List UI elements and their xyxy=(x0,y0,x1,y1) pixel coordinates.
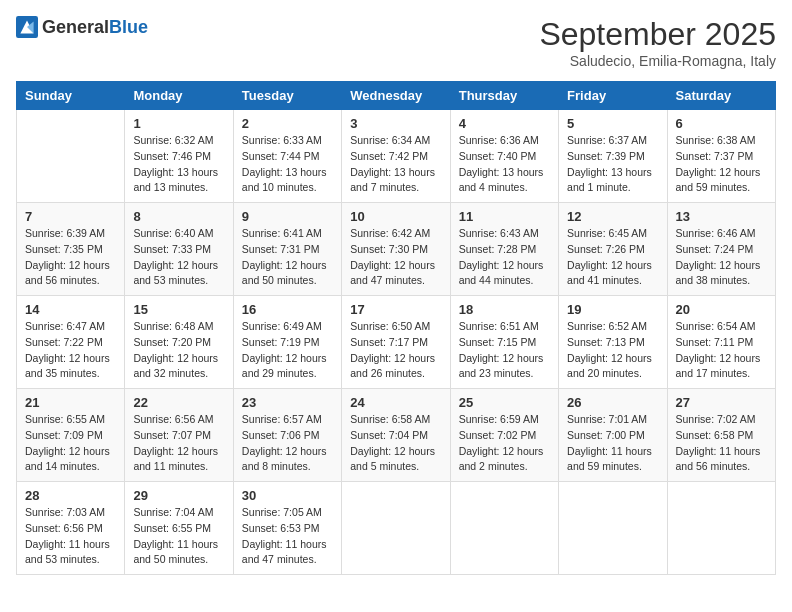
calendar-cell: 10Sunrise: 6:42 AM Sunset: 7:30 PM Dayli… xyxy=(342,203,450,296)
location-subtitle: Saludecio, Emilia-Romagna, Italy xyxy=(539,53,776,69)
day-number: 23 xyxy=(242,395,333,410)
day-number: 18 xyxy=(459,302,550,317)
calendar-cell xyxy=(342,482,450,575)
header-cell-tuesday: Tuesday xyxy=(233,82,341,110)
day-number: 20 xyxy=(676,302,767,317)
day-info: Sunrise: 6:48 AM Sunset: 7:20 PM Dayligh… xyxy=(133,319,224,382)
day-info: Sunrise: 6:40 AM Sunset: 7:33 PM Dayligh… xyxy=(133,226,224,289)
month-title: September 2025 xyxy=(539,16,776,53)
calendar-cell: 5Sunrise: 6:37 AM Sunset: 7:39 PM Daylig… xyxy=(559,110,667,203)
day-info: Sunrise: 6:56 AM Sunset: 7:07 PM Dayligh… xyxy=(133,412,224,475)
day-info: Sunrise: 7:05 AM Sunset: 6:53 PM Dayligh… xyxy=(242,505,333,568)
header: GeneralBlue September 2025 Saludecio, Em… xyxy=(16,16,776,69)
day-info: Sunrise: 6:54 AM Sunset: 7:11 PM Dayligh… xyxy=(676,319,767,382)
calendar-cell: 3Sunrise: 6:34 AM Sunset: 7:42 PM Daylig… xyxy=(342,110,450,203)
calendar-week-2: 14Sunrise: 6:47 AM Sunset: 7:22 PM Dayli… xyxy=(17,296,776,389)
logo-general: General xyxy=(42,17,109,37)
calendar-cell: 30Sunrise: 7:05 AM Sunset: 6:53 PM Dayli… xyxy=(233,482,341,575)
day-number: 27 xyxy=(676,395,767,410)
header-row: SundayMondayTuesdayWednesdayThursdayFrid… xyxy=(17,82,776,110)
day-info: Sunrise: 6:41 AM Sunset: 7:31 PM Dayligh… xyxy=(242,226,333,289)
logo: GeneralBlue xyxy=(16,16,148,38)
day-number: 8 xyxy=(133,209,224,224)
calendar-cell: 4Sunrise: 6:36 AM Sunset: 7:40 PM Daylig… xyxy=(450,110,558,203)
day-number: 1 xyxy=(133,116,224,131)
logo-blue: Blue xyxy=(109,17,148,37)
header-cell-sunday: Sunday xyxy=(17,82,125,110)
day-number: 19 xyxy=(567,302,658,317)
day-number: 6 xyxy=(676,116,767,131)
day-info: Sunrise: 6:57 AM Sunset: 7:06 PM Dayligh… xyxy=(242,412,333,475)
header-cell-monday: Monday xyxy=(125,82,233,110)
calendar-cell: 29Sunrise: 7:04 AM Sunset: 6:55 PM Dayli… xyxy=(125,482,233,575)
day-number: 25 xyxy=(459,395,550,410)
calendar-cell: 20Sunrise: 6:54 AM Sunset: 7:11 PM Dayli… xyxy=(667,296,775,389)
day-number: 10 xyxy=(350,209,441,224)
calendar-cell: 11Sunrise: 6:43 AM Sunset: 7:28 PM Dayli… xyxy=(450,203,558,296)
day-info: Sunrise: 7:01 AM Sunset: 7:00 PM Dayligh… xyxy=(567,412,658,475)
day-number: 4 xyxy=(459,116,550,131)
day-info: Sunrise: 6:58 AM Sunset: 7:04 PM Dayligh… xyxy=(350,412,441,475)
day-number: 28 xyxy=(25,488,116,503)
calendar-cell xyxy=(450,482,558,575)
calendar-cell: 6Sunrise: 6:38 AM Sunset: 7:37 PM Daylig… xyxy=(667,110,775,203)
calendar-cell: 19Sunrise: 6:52 AM Sunset: 7:13 PM Dayli… xyxy=(559,296,667,389)
header-cell-friday: Friday xyxy=(559,82,667,110)
day-info: Sunrise: 6:47 AM Sunset: 7:22 PM Dayligh… xyxy=(25,319,116,382)
day-info: Sunrise: 6:33 AM Sunset: 7:44 PM Dayligh… xyxy=(242,133,333,196)
calendar-cell: 18Sunrise: 6:51 AM Sunset: 7:15 PM Dayli… xyxy=(450,296,558,389)
day-number: 16 xyxy=(242,302,333,317)
day-info: Sunrise: 7:03 AM Sunset: 6:56 PM Dayligh… xyxy=(25,505,116,568)
day-info: Sunrise: 6:34 AM Sunset: 7:42 PM Dayligh… xyxy=(350,133,441,196)
calendar-cell: 15Sunrise: 6:48 AM Sunset: 7:20 PM Dayli… xyxy=(125,296,233,389)
day-number: 22 xyxy=(133,395,224,410)
day-number: 13 xyxy=(676,209,767,224)
calendar-week-3: 21Sunrise: 6:55 AM Sunset: 7:09 PM Dayli… xyxy=(17,389,776,482)
day-info: Sunrise: 6:36 AM Sunset: 7:40 PM Dayligh… xyxy=(459,133,550,196)
day-info: Sunrise: 6:46 AM Sunset: 7:24 PM Dayligh… xyxy=(676,226,767,289)
day-number: 26 xyxy=(567,395,658,410)
calendar-cell: 14Sunrise: 6:47 AM Sunset: 7:22 PM Dayli… xyxy=(17,296,125,389)
day-number: 12 xyxy=(567,209,658,224)
calendar-cell: 21Sunrise: 6:55 AM Sunset: 7:09 PM Dayli… xyxy=(17,389,125,482)
header-cell-saturday: Saturday xyxy=(667,82,775,110)
day-info: Sunrise: 6:43 AM Sunset: 7:28 PM Dayligh… xyxy=(459,226,550,289)
calendar-cell: 17Sunrise: 6:50 AM Sunset: 7:17 PM Dayli… xyxy=(342,296,450,389)
day-number: 29 xyxy=(133,488,224,503)
calendar-table: SundayMondayTuesdayWednesdayThursdayFrid… xyxy=(16,81,776,575)
calendar-cell xyxy=(667,482,775,575)
calendar-cell: 9Sunrise: 6:41 AM Sunset: 7:31 PM Daylig… xyxy=(233,203,341,296)
day-number: 24 xyxy=(350,395,441,410)
header-cell-wednesday: Wednesday xyxy=(342,82,450,110)
day-info: Sunrise: 6:50 AM Sunset: 7:17 PM Dayligh… xyxy=(350,319,441,382)
day-info: Sunrise: 6:39 AM Sunset: 7:35 PM Dayligh… xyxy=(25,226,116,289)
calendar-cell: 7Sunrise: 6:39 AM Sunset: 7:35 PM Daylig… xyxy=(17,203,125,296)
day-number: 3 xyxy=(350,116,441,131)
day-number: 9 xyxy=(242,209,333,224)
calendar-body: 1Sunrise: 6:32 AM Sunset: 7:46 PM Daylig… xyxy=(17,110,776,575)
day-number: 17 xyxy=(350,302,441,317)
day-number: 14 xyxy=(25,302,116,317)
day-info: Sunrise: 6:45 AM Sunset: 7:26 PM Dayligh… xyxy=(567,226,658,289)
title-area: September 2025 Saludecio, Emilia-Romagna… xyxy=(539,16,776,69)
header-cell-thursday: Thursday xyxy=(450,82,558,110)
calendar-cell: 28Sunrise: 7:03 AM Sunset: 6:56 PM Dayli… xyxy=(17,482,125,575)
calendar-cell: 25Sunrise: 6:59 AM Sunset: 7:02 PM Dayli… xyxy=(450,389,558,482)
day-number: 11 xyxy=(459,209,550,224)
day-info: Sunrise: 7:04 AM Sunset: 6:55 PM Dayligh… xyxy=(133,505,224,568)
day-info: Sunrise: 6:51 AM Sunset: 7:15 PM Dayligh… xyxy=(459,319,550,382)
calendar-cell: 27Sunrise: 7:02 AM Sunset: 6:58 PM Dayli… xyxy=(667,389,775,482)
day-number: 30 xyxy=(242,488,333,503)
day-info: Sunrise: 6:37 AM Sunset: 7:39 PM Dayligh… xyxy=(567,133,658,196)
calendar-cell: 24Sunrise: 6:58 AM Sunset: 7:04 PM Dayli… xyxy=(342,389,450,482)
calendar-cell xyxy=(17,110,125,203)
calendar-cell: 8Sunrise: 6:40 AM Sunset: 7:33 PM Daylig… xyxy=(125,203,233,296)
calendar-cell xyxy=(559,482,667,575)
day-info: Sunrise: 6:52 AM Sunset: 7:13 PM Dayligh… xyxy=(567,319,658,382)
calendar-header: SundayMondayTuesdayWednesdayThursdayFrid… xyxy=(17,82,776,110)
day-info: Sunrise: 6:42 AM Sunset: 7:30 PM Dayligh… xyxy=(350,226,441,289)
day-number: 15 xyxy=(133,302,224,317)
calendar-cell: 12Sunrise: 6:45 AM Sunset: 7:26 PM Dayli… xyxy=(559,203,667,296)
day-info: Sunrise: 6:55 AM Sunset: 7:09 PM Dayligh… xyxy=(25,412,116,475)
day-number: 7 xyxy=(25,209,116,224)
